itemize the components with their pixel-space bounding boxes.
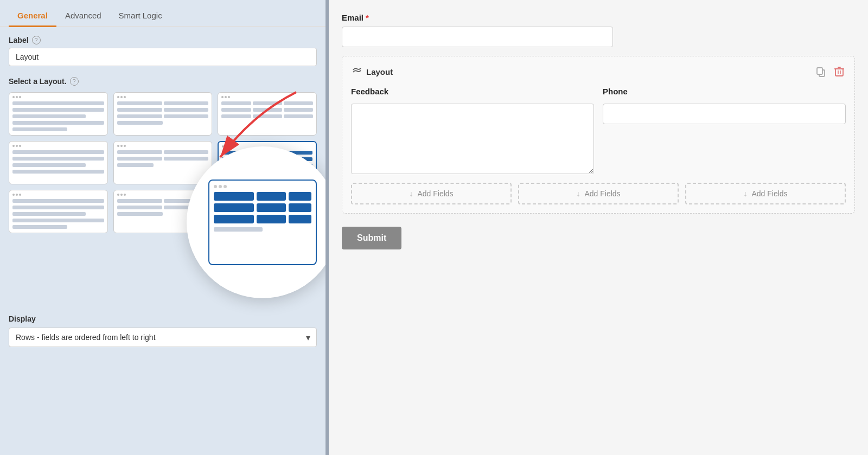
- layout-block-header: Layout: [351, 65, 846, 78]
- layout-option-7[interactable]: [9, 190, 108, 233]
- svg-rect-2: [817, 68, 822, 74]
- tab-advanced[interactable]: Advanced: [56, 7, 110, 27]
- layout-block-actions: [814, 65, 846, 78]
- layout-selector-group: Select a Layout. ?: [9, 77, 317, 233]
- display-label: Display: [9, 315, 317, 323]
- layout-block-title: Layout: [351, 66, 393, 78]
- layout-section-help-icon[interactable]: ?: [70, 77, 79, 86]
- add-fields-button-2[interactable]: ↓ Add Fields: [518, 183, 679, 204]
- download-icon-2: ↓: [576, 189, 580, 198]
- phone-input[interactable]: [603, 104, 846, 124]
- phone-label: Phone: [603, 87, 846, 96]
- layout-option-2[interactable]: [113, 92, 213, 136]
- label-field-group: Label ?: [9, 36, 317, 66]
- layout-columns-2: Feedback Phone: [351, 87, 846, 174]
- feedback-column: Feedback: [351, 87, 594, 174]
- tab-smart-logic[interactable]: Smart Logic: [110, 7, 171, 27]
- email-field-label: Email *: [342, 13, 855, 22]
- submit-button[interactable]: Submit: [342, 227, 401, 249]
- email-input[interactable]: [342, 27, 613, 47]
- label-field-label: Label ?: [9, 36, 317, 44]
- layout-section-label: Select a Layout. ?: [9, 77, 317, 86]
- right-panel: Email * Layout: [329, 0, 868, 455]
- label-input[interactable]: [9, 48, 317, 66]
- tab-general[interactable]: General: [9, 7, 56, 27]
- display-field-group: Display Rows - fields are ordered from l…: [9, 315, 317, 347]
- download-icon-1: ↓: [409, 189, 413, 198]
- add-fields-button-3[interactable]: ↓ Add Fields: [685, 183, 846, 204]
- svg-rect-3: [835, 69, 843, 76]
- layout-option-1[interactable]: [9, 92, 108, 136]
- feedback-textarea[interactable]: [351, 104, 594, 174]
- layout-block-icon: [351, 66, 363, 78]
- copy-icon[interactable]: [814, 65, 827, 78]
- display-select-wrapper: Rows - fields are ordered from left to r…: [9, 328, 317, 347]
- layout-block: Layout: [342, 56, 855, 214]
- left-panel: General Advanced Smart Logic Label ? Sel…: [0, 0, 326, 455]
- phone-column: Phone: [603, 87, 846, 174]
- download-icon-3: ↓: [743, 189, 747, 198]
- email-field-section: Email *: [342, 13, 855, 47]
- feedback-label: Feedback: [351, 87, 594, 96]
- add-fields-button-1[interactable]: ↓ Add Fields: [351, 183, 512, 204]
- layout-option-4[interactable]: [9, 141, 108, 184]
- label-help-icon[interactable]: ?: [32, 36, 41, 44]
- add-fields-row: ↓ Add Fields ↓ Add Fields ↓ Add Fields: [351, 183, 846, 204]
- tabs-bar: General Advanced Smart Logic: [0, 0, 326, 27]
- layout-option-3[interactable]: [218, 92, 317, 136]
- display-select[interactable]: Rows - fields are ordered from left to r…: [9, 328, 317, 347]
- magnify-inner: [208, 180, 317, 265]
- required-star: *: [366, 13, 369, 22]
- layout-option-5[interactable]: [113, 141, 213, 184]
- delete-icon[interactable]: [833, 65, 846, 78]
- layout-grid-container: [9, 92, 317, 233]
